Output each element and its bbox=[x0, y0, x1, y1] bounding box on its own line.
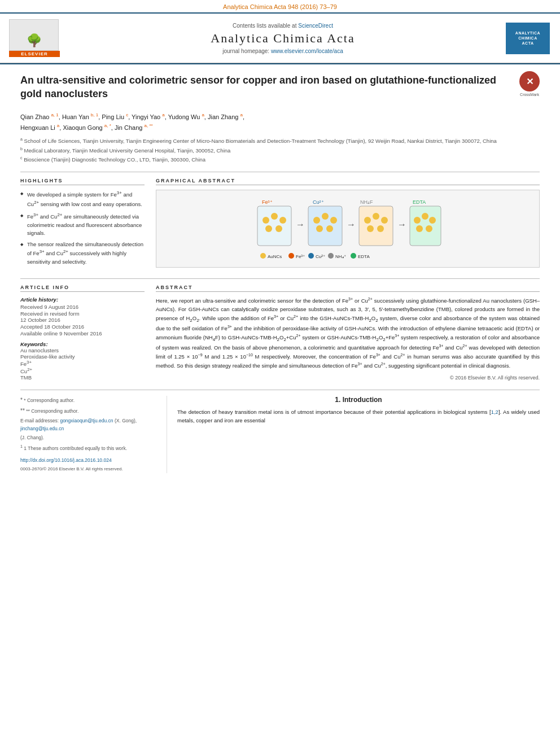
affiliations: a School of Life Sciences, Tianjin Unive… bbox=[20, 136, 540, 164]
accepted-date: Accepted 18 October 2016 bbox=[20, 324, 145, 330]
svg-point-29 bbox=[426, 225, 432, 232]
affiliation-a: a School of Life Sciences, Tianjin Unive… bbox=[20, 136, 540, 145]
highlight-item-3: The sensor realized the simultaneously d… bbox=[20, 241, 145, 266]
affiliation-c: c Bioscience (Tianjin) Diagnostic Techno… bbox=[20, 155, 540, 164]
svg-text:→: → bbox=[296, 220, 305, 229]
copyright-line: © 2016 Elsevier B.V. All rights reserved… bbox=[156, 375, 540, 381]
svg-point-3 bbox=[279, 217, 286, 224]
doi-line: http://dx.doi.org/10.1016/j.aca.2016.10.… bbox=[20, 457, 156, 465]
svg-point-35 bbox=[308, 253, 314, 259]
keyword-2: Peroxidase-like activity bbox=[20, 353, 145, 360]
homepage-link[interactable]: www.elsevier.com/locate/aca bbox=[271, 48, 343, 54]
intro-heading: 1. Introduction bbox=[177, 396, 540, 404]
email1-link[interactable]: gongxiaoqun@tju.edu.cn bbox=[60, 418, 113, 423]
svg-rect-8 bbox=[308, 206, 342, 246]
ref-1[interactable]: 1,2 bbox=[491, 409, 498, 415]
svg-point-21 bbox=[377, 225, 384, 232]
svg-text:EDTA: EDTA bbox=[358, 254, 370, 259]
email2-link[interactable]: jinchang@tju.edu.cn bbox=[20, 426, 64, 431]
svg-text:EDTA: EDTA bbox=[413, 199, 426, 205]
double-star-note: ** ** Corresponding author. bbox=[20, 407, 156, 416]
available-date: Available online 9 November 2016 bbox=[20, 330, 145, 337]
sciencedirect-anchor[interactable]: ScienceDirect bbox=[298, 23, 333, 29]
star-note: * * Corresponding author. bbox=[20, 396, 156, 405]
svg-point-11 bbox=[330, 217, 337, 224]
svg-point-12 bbox=[316, 225, 323, 232]
svg-point-17 bbox=[364, 217, 371, 224]
intro-text: The detection of heavy transition metal … bbox=[177, 408, 540, 425]
article-info-col: ARTICLE INFO Article history: Received 9… bbox=[20, 285, 145, 381]
svg-point-33 bbox=[288, 253, 294, 259]
affiliation-b: b Medical Laboratory, Tianjin Medical Un… bbox=[20, 146, 540, 155]
introduction-col: 1. Introduction The detection of heavy t… bbox=[167, 396, 540, 473]
elsevier-tree-icon: 🌳 bbox=[27, 33, 42, 48]
issn-line: 0003-2670/© 2016 Elsevier B.V. All right… bbox=[20, 466, 156, 473]
email-line: E-mail addresses: gongxiaoqun@tju.edu.cn… bbox=[20, 417, 156, 433]
article-info-heading: ARTICLE INFO bbox=[20, 285, 145, 292]
abstract-col: ABSTRACT Here, we report an ultra-sensit… bbox=[156, 285, 540, 381]
article-history: Article history: Received 9 August 2016 … bbox=[20, 296, 145, 337]
graphical-abstract-image: Fe³⁺ → Cu²⁺ → bbox=[156, 190, 540, 268]
crossmark-icon: ✕ bbox=[519, 71, 540, 91]
received-revised: Received in revised form12 October 2016 bbox=[20, 311, 145, 323]
svg-rect-0 bbox=[257, 206, 291, 246]
abstract-heading: ABSTRACT bbox=[156, 285, 540, 292]
journal-header: 🌳 ELSEVIER Contents lists available at S… bbox=[0, 14, 560, 63]
received-date: Received 9 August 2016 bbox=[20, 304, 145, 310]
bottom-section: * * Corresponding author. ** ** Correspo… bbox=[20, 396, 540, 473]
svg-rect-16 bbox=[359, 206, 393, 246]
svg-point-39 bbox=[351, 253, 356, 259]
svg-point-13 bbox=[326, 225, 333, 232]
article-title: An ultra-sensitive and colorimetric sens… bbox=[20, 73, 514, 101]
highlights-col: HIGHLIGHTS We developed a simple system … bbox=[20, 178, 145, 269]
svg-point-18 bbox=[373, 213, 379, 220]
svg-point-2 bbox=[271, 213, 278, 220]
keyword-5: TMB bbox=[20, 374, 145, 381]
svg-text:AuNCs: AuNCs bbox=[268, 254, 282, 259]
doi-link[interactable]: http://dx.doi.org/10.1016/j.aca.2016.10.… bbox=[20, 457, 112, 463]
main-content: An ultra-sensitive and colorimetric sens… bbox=[0, 64, 560, 482]
svg-text:→: → bbox=[347, 220, 356, 229]
journal-ref-text: Analytica Chimica Acta 948 (2016) 73–79 bbox=[223, 3, 337, 10]
svg-point-4 bbox=[265, 225, 272, 232]
crossmark-label: CrossMark bbox=[519, 93, 540, 97]
svg-text:Fe³⁺: Fe³⁺ bbox=[262, 199, 273, 205]
graphical-abstract-heading: GRAPHICAL ABSTRACT bbox=[156, 178, 540, 185]
svg-point-19 bbox=[381, 217, 388, 224]
keyword-3: Fe3+ bbox=[20, 360, 145, 367]
svg-point-25 bbox=[414, 217, 421, 224]
svg-point-27 bbox=[429, 217, 436, 224]
svg-point-37 bbox=[328, 253, 334, 259]
journal-reference: Analytica Chimica Acta 948 (2016) 73–79 bbox=[0, 0, 560, 12]
right-logo-box: ANALYTICA CHIMICA ACTA bbox=[506, 23, 550, 54]
svg-point-5 bbox=[275, 225, 282, 232]
svg-point-10 bbox=[322, 213, 329, 220]
highlights-list: We developed a simple system for Fe3+ an… bbox=[20, 190, 145, 266]
svg-text:NH₄F: NH₄F bbox=[360, 199, 373, 205]
elsevier-logo: 🌳 ELSEVIER bbox=[9, 19, 60, 57]
svg-text:Cu²⁺: Cu²⁺ bbox=[316, 254, 325, 259]
footnotes-col: * * Corresponding author. ** ** Correspo… bbox=[20, 396, 167, 473]
svg-point-31 bbox=[260, 253, 266, 259]
keywords-section: Keywords: Au nanoclusters Peroxidase-lik… bbox=[20, 341, 145, 381]
keyword-4: Cu2+ bbox=[20, 367, 145, 374]
highlights-heading: HIGHLIGHTS bbox=[20, 178, 145, 185]
elsevier-label: ELSEVIER bbox=[9, 51, 60, 57]
svg-point-20 bbox=[367, 225, 374, 232]
history-heading: Article history: bbox=[20, 296, 145, 303]
svg-text:NH₄⁺: NH₄⁺ bbox=[335, 254, 346, 259]
highlights-graphical-section: HIGHLIGHTS We developed a simple system … bbox=[20, 178, 540, 269]
graphical-abstract-svg: Fe³⁺ → Cu²⁺ → bbox=[252, 195, 444, 263]
email2-name: (J. Chang). bbox=[20, 434, 156, 442]
svg-point-9 bbox=[313, 217, 320, 224]
crossmark: ✕ CrossMark bbox=[519, 71, 540, 97]
abstract-text: Here, we report an ultra-sensitive and c… bbox=[156, 296, 540, 370]
graphical-abstract-col: GRAPHICAL ABSTRACT Fe³⁺ bbox=[156, 178, 540, 269]
journal-center: Contents lists available at ScienceDirec… bbox=[60, 23, 506, 54]
sciencedirect-link: Contents lists available at ScienceDirec… bbox=[65, 23, 500, 29]
svg-text:Fe³⁺: Fe³⁺ bbox=[296, 254, 305, 259]
highlight-item-2: Fe3+ and Cu2+ are simultaneously detecte… bbox=[20, 212, 145, 237]
svg-point-1 bbox=[262, 217, 269, 224]
highlight-item-1: We developed a simple system for Fe3+ an… bbox=[20, 190, 145, 208]
journal-title: Analytica Chimica Acta bbox=[65, 31, 500, 46]
